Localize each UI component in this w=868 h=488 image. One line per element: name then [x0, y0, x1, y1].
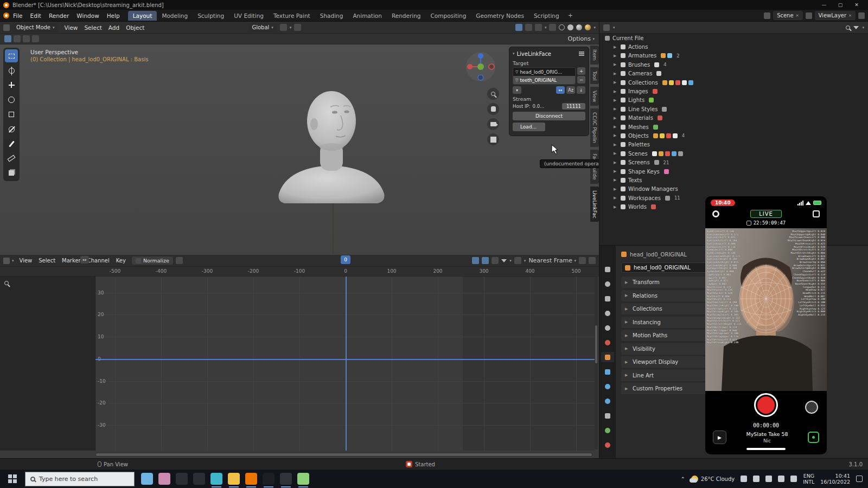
editor-type-icon[interactable]: [3, 258, 10, 264]
options-dropdown[interactable]: Options ▾: [568, 35, 595, 42]
properties-tab[interactable]: [601, 337, 614, 348]
playhead[interactable]: [346, 277, 347, 451]
taskbar-app-icon[interactable]: [263, 473, 275, 485]
properties-tab[interactable]: [601, 293, 614, 304]
shading-dropdown[interactable]: ▾: [593, 25, 596, 30]
curve-area[interactable]: 3020100-10-20-30: [95, 277, 595, 451]
expand-arrow-icon[interactable]: ▶: [614, 143, 618, 147]
select-box-tool[interactable]: [5, 49, 18, 62]
navigation-gizmo[interactable]: [464, 50, 497, 83]
expand-arrow-icon[interactable]: ▶: [614, 72, 618, 76]
sidebar-tab[interactable]: LiveLinkFac: [590, 187, 599, 222]
outliner-row[interactable]: ▶ Brushes 4: [599, 60, 868, 69]
snap-dropdown[interactable]: ▾: [290, 25, 292, 30]
camera-view-icon[interactable]: [487, 118, 499, 130]
swap-icon[interactable]: ↔: [556, 86, 565, 94]
editor-type-icon[interactable]: [603, 24, 610, 31]
graph-menu-item[interactable]: Key: [113, 256, 129, 265]
normalize-options-icon[interactable]: [176, 257, 183, 264]
expand-arrow-icon[interactable]: ▶: [614, 205, 618, 209]
add-workspace-button[interactable]: +: [564, 10, 577, 21]
tool-settings-icon-2[interactable]: [14, 35, 21, 42]
properties-tab[interactable]: [601, 264, 614, 274]
workspace-tab[interactable]: Animation: [348, 11, 387, 21]
expand-arrow-icon[interactable]: ▶: [614, 45, 618, 49]
outliner-row[interactable]: ▶ Collections: [599, 78, 868, 87]
viewport-3d[interactable]: User Perspective (0) Collection | head_l…: [0, 44, 599, 255]
home-indicator[interactable]: [746, 448, 786, 450]
properties-tab[interactable]: [601, 323, 614, 333]
expand-arrow-icon[interactable]: ▶: [614, 116, 618, 120]
clock[interactable]: 10:4116/10/2022: [820, 473, 850, 485]
show-hidden-toggle-icon[interactable]: [482, 257, 489, 264]
panel-menu-icon[interactable]: [579, 53, 584, 54]
mode-dropdown[interactable]: Object Mode▾: [12, 23, 59, 32]
properties-tab[interactable]: [601, 352, 614, 362]
outliner-row[interactable]: ▶ Palettes: [599, 140, 868, 149]
workspace-tab[interactable]: Layout: [128, 11, 157, 21]
graph-menu-item[interactable]: Select: [35, 256, 59, 265]
horizontal-scrollbar[interactable]: [95, 453, 592, 457]
cursor-tool[interactable]: [5, 64, 18, 77]
transform-orientation-dropdown[interactable]: Global▾: [248, 23, 277, 32]
taskbar-app-icon[interactable]: [176, 473, 188, 485]
taskbar-app-icon[interactable]: [210, 473, 222, 485]
maximize-button[interactable]: ▢: [832, 0, 848, 10]
expand-arrow-icon[interactable]: ▶: [614, 169, 618, 174]
measure-tool[interactable]: [5, 152, 18, 165]
xray-toggle-icon[interactable]: [549, 24, 556, 31]
properties-tab[interactable]: [601, 367, 614, 377]
proportional-edit-icon[interactable]: [514, 257, 521, 264]
annotate-tool[interactable]: [5, 137, 18, 150]
expand-arrow-icon[interactable]: ▶: [614, 62, 618, 67]
outliner-row[interactable]: ▶ Texts: [599, 176, 868, 184]
list-dropdown-icon[interactable]: ▾: [513, 86, 521, 94]
taskbar-app-icon[interactable]: [193, 473, 205, 485]
outliner-row[interactable]: ▶ Images: [599, 87, 868, 95]
settings-gear-icon[interactable]: [712, 210, 719, 217]
outliner-row[interactable]: ▶ Materials: [599, 114, 868, 123]
workspace-tab[interactable]: Modeling: [157, 11, 193, 21]
host-ip-value[interactable]: 0.0...: [533, 104, 545, 109]
filter-icon[interactable]: [853, 26, 859, 29]
proportional-editing-icon[interactable]: [294, 24, 301, 31]
expand-arrow-icon[interactable]: ▶: [614, 187, 618, 191]
camera-flip-button[interactable]: [805, 401, 818, 414]
expand-arrow-icon[interactable]: ▶: [614, 98, 618, 102]
taskbar-app-icon[interactable]: [158, 473, 170, 485]
target-list-item[interactable]: ▽ head_lod0_ORIG...: [513, 68, 575, 76]
vertical-scrollbar[interactable]: [595, 277, 598, 450]
mic-icon[interactable]: [778, 476, 784, 482]
panel-collapse-icon[interactable]: ▾: [513, 52, 515, 56]
expand-arrow-icon[interactable]: ▶: [614, 54, 618, 58]
pan-hand-icon[interactable]: [487, 103, 499, 115]
gizmo-toggle-icon[interactable]: [525, 24, 532, 31]
outliner-row[interactable]: ▶ Actions: [599, 42, 868, 51]
tool-settings-icon-3[interactable]: [23, 35, 30, 42]
disconnect-button[interactable]: Disconnect: [513, 112, 585, 120]
current-frame-indicator[interactable]: 0: [341, 255, 350, 264]
workspace-tab[interactable]: Rendering: [387, 11, 426, 21]
taskbar-app-icon[interactable]: [280, 473, 292, 485]
onedrive-icon[interactable]: [741, 476, 747, 482]
network-icon[interactable]: [765, 476, 772, 482]
outliner-row[interactable]: ▶ Armatures 2: [599, 52, 868, 60]
taskbar-app-icon[interactable]: [297, 473, 309, 485]
only-selected-toggle-icon[interactable]: [472, 257, 479, 264]
channel-region[interactable]: [0, 277, 95, 451]
shading-solid-icon[interactable]: [567, 24, 573, 30]
display-mode-dropdown[interactable]: ▾: [613, 25, 615, 30]
properties-tab[interactable]: [601, 308, 614, 318]
move-down-icon[interactable]: ↓: [577, 86, 585, 94]
snap-magnet-icon[interactable]: [280, 24, 287, 31]
shading-wireframe-icon[interactable]: [559, 24, 565, 30]
viewport-menu-item[interactable]: Object: [123, 23, 148, 32]
start-button[interactable]: [0, 470, 25, 488]
tray-expand-icon[interactable]: ⌃: [680, 476, 685, 482]
selectability-icon[interactable]: [515, 24, 522, 31]
expand-arrow-icon[interactable]: ▶: [614, 80, 618, 85]
zoom-icon[interactable]: [487, 88, 499, 100]
scene-selector[interactable]: Scene✕: [773, 11, 802, 20]
overlays-toggle-icon[interactable]: [535, 24, 542, 31]
slate-name[interactable]: MySlate Take 58: [746, 431, 788, 438]
